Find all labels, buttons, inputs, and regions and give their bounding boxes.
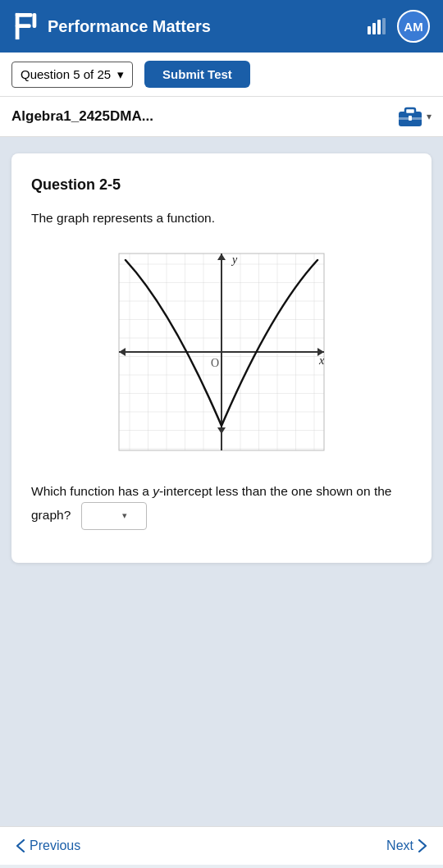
graph-svg: y x O — [111, 245, 332, 459]
briefcase-dropdown-icon: ▾ — [427, 111, 432, 122]
question-prompt: The graph represents a function. — [31, 208, 412, 227]
answer-prompt: Which function has a y-intercept less th… — [31, 482, 412, 530]
header-right: AM — [368, 10, 430, 43]
chevron-right-icon — [418, 839, 427, 852]
bottom-nav: Previous Next — [0, 826, 443, 865]
answer-dropdown[interactable]: ▾ — [81, 502, 147, 530]
svg-rect-6 — [377, 20, 381, 34]
signal-icon — [368, 18, 387, 34]
question-number: Question 2-5 — [31, 176, 412, 194]
chevron-down-icon: ▾ — [117, 67, 124, 82]
brand: Performance Matters — [13, 11, 211, 41]
question-selector-label: Question 5 of 25 — [21, 67, 111, 81]
tools-menu[interactable]: ▾ — [397, 105, 432, 128]
app-title: Performance Matters — [48, 17, 211, 36]
submit-test-button[interactable]: Submit Test — [144, 61, 250, 88]
svg-text:x: x — [318, 354, 325, 367]
svg-rect-11 — [409, 116, 412, 121]
answer-prompt-before: Which function has a — [31, 484, 153, 498]
chevron-left-icon — [16, 839, 25, 852]
briefcase-icon — [397, 105, 423, 128]
svg-text:O: O — [211, 357, 219, 369]
question-selector[interactable]: Question 5 of 25 ▾ — [11, 62, 133, 88]
svg-text:y: y — [231, 254, 238, 266]
dropdown-value — [90, 507, 116, 525]
previous-label: Previous — [30, 838, 80, 853]
avatar[interactable]: AM — [397, 10, 430, 43]
svg-rect-5 — [372, 23, 376, 34]
svg-rect-7 — [382, 18, 386, 34]
svg-rect-4 — [368, 26, 371, 34]
question-nav-bar: Question 5 of 25 ▾ Submit Test — [0, 53, 443, 97]
previous-button[interactable]: Previous — [16, 838, 80, 853]
answer-term: y — [153, 484, 159, 498]
dropdown-arrow-icon: ▾ — [122, 509, 127, 523]
app-logo — [13, 11, 39, 41]
question-card: Question 2-5 The graph represents a func… — [11, 153, 432, 563]
svg-rect-3 — [33, 13, 37, 28]
svg-rect-9 — [405, 108, 415, 114]
svg-rect-1 — [16, 13, 33, 17]
graph-container: y x O — [111, 245, 332, 462]
breadcrumb: Algebra1_2425DMA... — [11, 108, 153, 125]
app-header: Performance Matters AM — [0, 0, 443, 53]
next-label: Next — [386, 838, 413, 853]
breadcrumb-bar: Algebra1_2425DMA... ▾ — [0, 97, 443, 137]
svg-rect-2 — [16, 24, 31, 28]
next-button[interactable]: Next — [386, 838, 427, 853]
content-area: Question 2-5 The graph represents a func… — [0, 137, 443, 826]
